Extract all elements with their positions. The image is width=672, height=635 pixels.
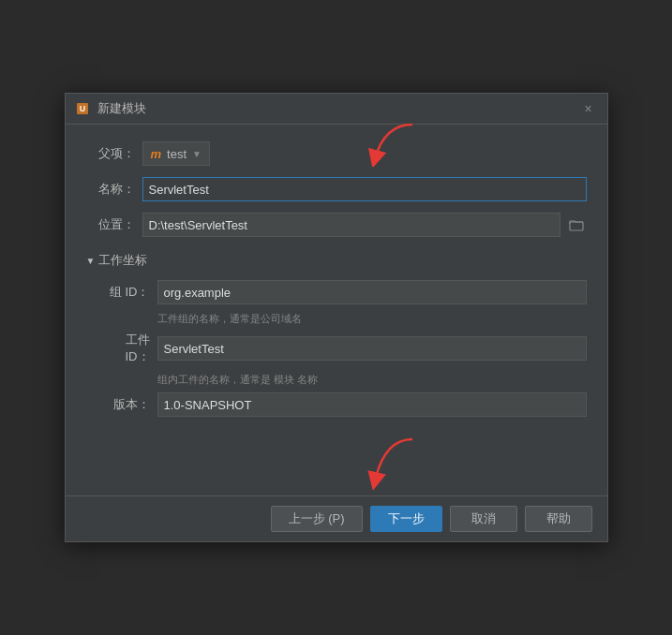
artifact-id-row: 工件 ID： xyxy=(101,332,587,365)
name-label: 名称： xyxy=(86,181,135,198)
browse-folder-button[interactable] xyxy=(566,218,587,231)
dialog-icon: U xyxy=(75,101,90,116)
artifact-id-hint: 组内工件的名称，通常是 模块 名称 xyxy=(157,373,587,387)
dropdown-arrow-icon: ▼ xyxy=(192,149,202,159)
collapse-arrow-icon: ▼ xyxy=(86,256,96,266)
name-row: 名称： xyxy=(86,177,587,201)
location-label: 位置： xyxy=(86,216,135,233)
group-id-hint: 工件组的名称，通常是公司域名 xyxy=(157,312,587,326)
parent-row: 父项： m test ▼ xyxy=(86,141,587,166)
help-button[interactable]: 帮助 xyxy=(525,506,592,532)
group-id-label: 组 ID： xyxy=(101,284,150,301)
section-header[interactable]: ▼ 工作坐标 xyxy=(86,252,587,269)
close-button[interactable]: × xyxy=(579,99,598,118)
group-id-input[interactable] xyxy=(157,280,587,304)
group-id-row: 组 ID： xyxy=(101,280,587,304)
dialog-footer: 上一步 (P) 下一步 取消 帮助 xyxy=(66,495,607,541)
next-button[interactable]: 下一步 xyxy=(370,506,442,532)
prev-button[interactable]: 上一步 (P) xyxy=(271,506,363,532)
title-bar: U 新建模块 × xyxy=(66,94,607,125)
dialog-title: 新建模块 xyxy=(97,100,146,117)
section-title: 工作坐标 xyxy=(98,252,147,269)
parent-label: 父项： xyxy=(86,145,135,162)
cancel-button[interactable]: 取消 xyxy=(450,506,517,532)
dialog-body: 父项： m test ▼ 名称： 位置： xyxy=(66,125,607,495)
location-row: 位置： xyxy=(86,213,587,237)
version-label: 版本： xyxy=(101,396,150,413)
artifact-id-label: 工件 ID： xyxy=(101,332,150,365)
name-input[interactable] xyxy=(142,177,587,201)
maven-icon: m xyxy=(151,147,162,161)
version-input[interactable] xyxy=(157,392,587,417)
new-module-dialog: U 新建模块 × 父项： m test ▼ 名称： xyxy=(65,93,608,542)
parent-dropdown[interactable]: m test ▼ xyxy=(142,141,210,166)
section-content: 组 ID： 工件组的名称，通常是公司域名 工件 ID： 组内工件的名称，通常是 … xyxy=(101,280,587,417)
svg-text:U: U xyxy=(79,104,85,113)
version-row: 版本： xyxy=(101,392,587,417)
location-input[interactable] xyxy=(142,213,560,237)
svg-rect-4 xyxy=(570,222,583,230)
artifact-id-input[interactable] xyxy=(157,336,587,361)
parent-value: test xyxy=(167,147,187,161)
